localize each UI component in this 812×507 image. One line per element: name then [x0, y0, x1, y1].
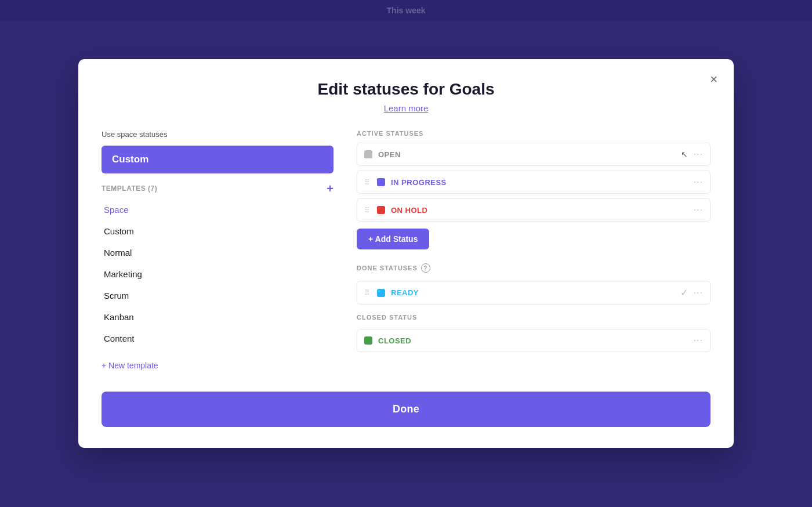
status-dot-ready — [377, 289, 385, 297]
status-row-in-progress: ⠿ IN PROGRESS ··· — [357, 171, 710, 194]
status-row-on-hold: ⠿ ON HOLD ··· — [357, 198, 710, 222]
status-name-closed: CLOSED — [378, 336, 688, 345]
modal-overlay: × Edit statuses for Goals Learn more Use… — [0, 0, 812, 507]
template-item-marketing[interactable]: Marketing — [102, 263, 334, 285]
status-dot-open — [364, 150, 372, 158]
template-item-kanban[interactable]: Kanban — [102, 306, 334, 328]
status-row-ready: ⠿ READY ✓ ··· — [357, 281, 710, 305]
cursor-icon: ↖ — [681, 150, 688, 159]
status-row-closed: CLOSED ··· — [357, 329, 710, 352]
active-statuses-label: ACTIVE STATUSES — [357, 130, 710, 137]
help-icon[interactable]: ? — [421, 263, 430, 273]
status-name-in-progress: IN PROGRESS — [391, 178, 688, 187]
modal-header: Edit statuses for Goals Learn more — [102, 80, 710, 114]
status-name-ready: READY — [391, 288, 675, 297]
template-item-content[interactable]: Content — [102, 328, 334, 349]
closed-status-label: CLOSED STATUS — [357, 314, 710, 321]
modal: × Edit statuses for Goals Learn more Use… — [78, 59, 734, 448]
status-dot-in-progress — [377, 178, 385, 186]
status-check-ready: ✓ — [680, 287, 688, 298]
modal-body: Use space statuses Custom TEMPLATES (7) … — [102, 130, 710, 371]
custom-selected-button[interactable]: Custom — [102, 146, 334, 173]
modal-footer: Done — [102, 392, 710, 427]
close-button[interactable]: × — [708, 71, 720, 88]
template-list: Space Custom Normal Marketing Scrum Kanb… — [102, 199, 334, 349]
drag-handle-in-progress[interactable]: ⠿ — [364, 178, 370, 187]
drag-handle-ready[interactable]: ⠿ — [364, 288, 370, 297]
status-more-open[interactable]: ··· — [694, 149, 703, 160]
status-row-open: OPEN ↖ ··· — [357, 143, 710, 166]
template-item-space[interactable]: Space — [102, 199, 334, 220]
done-statuses-label: DONE STATUSES ? — [357, 263, 710, 273]
status-more-ready[interactable]: ··· — [694, 288, 703, 298]
template-item-custom[interactable]: Custom — [102, 220, 334, 242]
right-panel: ACTIVE STATUSES OPEN ↖ ··· ⠿ IN PROGRESS… — [357, 130, 710, 371]
learn-more-link[interactable]: Learn more — [384, 103, 429, 113]
status-more-in-progress[interactable]: ··· — [694, 177, 703, 187]
status-more-closed[interactable]: ··· — [694, 335, 703, 346]
templates-row: TEMPLATES (7) + — [102, 183, 334, 194]
status-more-on-hold[interactable]: ··· — [694, 205, 703, 215]
use-space-label: Use space statuses — [102, 130, 334, 139]
status-dot-on-hold — [377, 206, 385, 214]
add-status-button[interactable]: + Add Status — [357, 229, 429, 249]
modal-title: Edit statuses for Goals — [102, 80, 710, 99]
drag-handle-on-hold[interactable]: ⠿ — [364, 206, 370, 215]
templates-add-button[interactable]: + — [327, 183, 334, 194]
done-button[interactable]: Done — [102, 392, 710, 427]
template-item-normal[interactable]: Normal — [102, 242, 334, 263]
left-panel: Use space statuses Custom TEMPLATES (7) … — [102, 130, 334, 371]
status-name-open: OPEN — [378, 150, 675, 159]
status-name-on-hold: ON HOLD — [391, 206, 688, 215]
templates-label: TEMPLATES (7) — [102, 184, 157, 193]
template-item-scrum[interactable]: Scrum — [102, 285, 334, 306]
status-dot-closed — [364, 336, 372, 345]
new-template-link[interactable]: + New template — [102, 361, 158, 370]
